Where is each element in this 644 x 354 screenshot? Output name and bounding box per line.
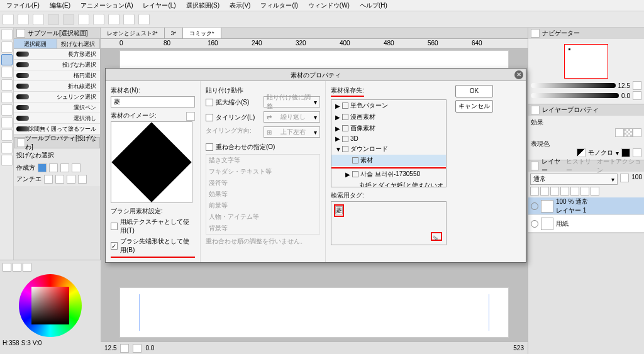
menu-filter[interactable]: フィルター(I) xyxy=(257,1,301,10)
adjust-select[interactable]: 貼り付け後に調整▾ xyxy=(264,96,320,108)
subtool-tab-rect[interactable]: 選択範囲 xyxy=(14,39,57,48)
lock-icon[interactable] xyxy=(530,187,539,196)
cancel-button[interactable]: キャンセル xyxy=(455,100,493,113)
menu-select[interactable]: 選択範囲(S) xyxy=(182,1,223,10)
checkbox-icon[interactable] xyxy=(111,242,118,250)
tag-chip[interactable]: 菱 xyxy=(335,206,343,214)
menu-anim[interactable]: アニメーション(A) xyxy=(77,1,136,10)
autoaction-tab[interactable]: オートアクション xyxy=(597,157,641,175)
folder-icon[interactable] xyxy=(570,187,579,196)
subtool-item[interactable]: 隙間無く囲って塗るツール xyxy=(14,124,100,135)
eraser-icon[interactable] xyxy=(1,117,13,128)
lock-icon[interactable] xyxy=(540,187,549,196)
overlay-item[interactable]: 描き文字等 xyxy=(206,155,319,166)
scale-checkbox-row[interactable]: 拡大縮小(S) xyxy=(206,98,260,107)
ok-button[interactable]: OK xyxy=(455,85,493,97)
eye-icon[interactable] xyxy=(531,202,538,210)
doc-tab[interactable]: レオンとジュスト2* xyxy=(101,28,165,38)
add-tag-icon[interactable] xyxy=(431,232,442,241)
material-name-input[interactable] xyxy=(111,96,195,108)
lock-icon[interactable] xyxy=(550,187,559,196)
aa-icon[interactable] xyxy=(67,175,75,184)
close-icon[interactable]: ✕ xyxy=(514,70,523,79)
undo-icon[interactable] xyxy=(48,14,59,25)
text-icon[interactable] xyxy=(1,155,13,166)
blend-mode-select[interactable]: 通常▾ xyxy=(530,174,618,185)
subtool-item[interactable]: 長方形選択 xyxy=(14,49,100,60)
move-icon[interactable] xyxy=(1,41,13,53)
color-wheel[interactable] xyxy=(19,274,82,337)
zoom-slider[interactable] xyxy=(531,83,616,88)
fill-icon[interactable] xyxy=(1,130,13,141)
subtool-item[interactable]: 選択ペン xyxy=(14,102,100,113)
overlay-item[interactable]: 漫符等 xyxy=(206,177,319,189)
tag-list[interactable]: 菱 xyxy=(331,201,447,245)
direction-select[interactable]: ⊞ 上下左右▾ xyxy=(264,126,320,138)
select-icon[interactable] xyxy=(1,54,13,65)
doc-tab[interactable]: 3* xyxy=(165,28,184,38)
swatch-icon[interactable] xyxy=(3,263,11,272)
eye-icon[interactable] xyxy=(531,220,538,228)
new-icon[interactable] xyxy=(3,14,14,25)
effect-icon[interactable] xyxy=(633,128,641,137)
history-tab[interactable]: ヒストリー xyxy=(566,157,594,175)
tree-item[interactable]: ▶漫画素材 xyxy=(331,111,446,123)
layer-icon[interactable] xyxy=(138,14,150,25)
layer-row[interactable]: 用紙 xyxy=(528,215,644,233)
menu-window[interactable]: ウィンドウ(W) xyxy=(304,1,353,10)
fg-icon[interactable] xyxy=(621,148,630,157)
mode-icon[interactable] xyxy=(72,163,80,172)
rotate-slider[interactable] xyxy=(531,93,619,98)
overlay-item[interactable]: 人物・アイテム等 xyxy=(206,211,319,223)
subtool-item[interactable]: 折れ線選択 xyxy=(14,81,100,92)
checkbox-icon[interactable] xyxy=(206,143,213,151)
save-icon[interactable] xyxy=(33,14,44,25)
new-layer-icon[interactable] xyxy=(580,187,589,196)
tree-item[interactable]: ▶画像素材 xyxy=(331,123,446,134)
zoom-in-icon[interactable] xyxy=(133,344,142,353)
effect-icon[interactable] xyxy=(624,128,633,137)
bg-icon[interactable] xyxy=(633,148,641,157)
mode-icon[interactable] xyxy=(60,163,69,172)
trash-icon[interactable] xyxy=(591,187,599,196)
folder-tree[interactable]: ▶単色パターン▶漫画素材▶画像素材▶3D▼ダウンロード素材▶사슬 브러쉬-173… xyxy=(331,99,447,187)
overlay-item[interactable]: フキダシ・テキスト等 xyxy=(206,166,319,177)
effect-icon[interactable] xyxy=(615,128,624,137)
aa-icon[interactable] xyxy=(44,175,53,184)
menu-help[interactable]: ヘルプ(H) xyxy=(356,1,391,10)
navigator-thumb[interactable] xyxy=(564,44,608,79)
tree-item[interactable]: ▶사슬 브러쉬-1730550 xyxy=(331,169,446,180)
overlay-item[interactable]: 前景等 xyxy=(206,200,319,211)
paste-icon[interactable] xyxy=(108,14,119,25)
overlay-item[interactable]: 効果等 xyxy=(206,189,319,200)
texture-checkbox-row[interactable]: 用紙テクスチャとして使用(T) xyxy=(111,218,195,235)
menu-bar[interactable]: ファイル(F) 編集(E) アニメーション(A) レイヤー(L) 選択範囲(S)… xyxy=(0,0,644,11)
repeat-select[interactable]: ⇄ 繰り返し▾ xyxy=(264,111,320,123)
wand-icon[interactable] xyxy=(1,79,13,91)
menu-layer[interactable]: レイヤー(L) xyxy=(139,1,179,10)
subtool-tab-lasso[interactable]: 投げなれ選択 xyxy=(57,39,101,48)
swatch-icon[interactable] xyxy=(13,263,21,272)
swatch-icon[interactable] xyxy=(23,263,31,272)
checkbox-icon[interactable] xyxy=(206,99,213,106)
brushtip-checkbox-row[interactable]: ブラシ先端形状として使用(B) xyxy=(111,237,195,255)
doc-tabs[interactable]: レオンとジュスト2* 3* コミック* xyxy=(101,28,528,39)
zoom-icon[interactable] xyxy=(1,29,13,40)
subtool-item[interactable]: 選択消し xyxy=(14,113,100,124)
brush-icon[interactable] xyxy=(1,104,13,116)
redo-icon[interactable] xyxy=(63,14,74,25)
subtool-tabs[interactable]: 選択範囲 投げなれ選択 xyxy=(14,39,100,49)
reset-icon[interactable] xyxy=(633,91,641,100)
mask-icon[interactable] xyxy=(560,187,569,196)
mode-icon[interactable] xyxy=(38,163,47,172)
layers-tab[interactable]: レイヤー xyxy=(541,157,564,175)
opacity-value[interactable]: 100 xyxy=(631,174,642,185)
tree-item[interactable]: ▶丸鋲とダイヤ鋲(と使えないオマケ)-172 xyxy=(331,180,446,187)
checkbox-icon[interactable] xyxy=(206,114,213,121)
subtool-item[interactable]: 投げなわ選択 xyxy=(14,60,100,70)
dialog-title-bar[interactable]: 素材のプロパティ ✕ xyxy=(106,69,526,81)
gradient-icon[interactable] xyxy=(1,142,13,153)
gear-icon[interactable] xyxy=(633,81,641,90)
brush-preview-icon[interactable] xyxy=(186,112,195,121)
menu-view[interactable]: 表示(V) xyxy=(226,1,254,10)
